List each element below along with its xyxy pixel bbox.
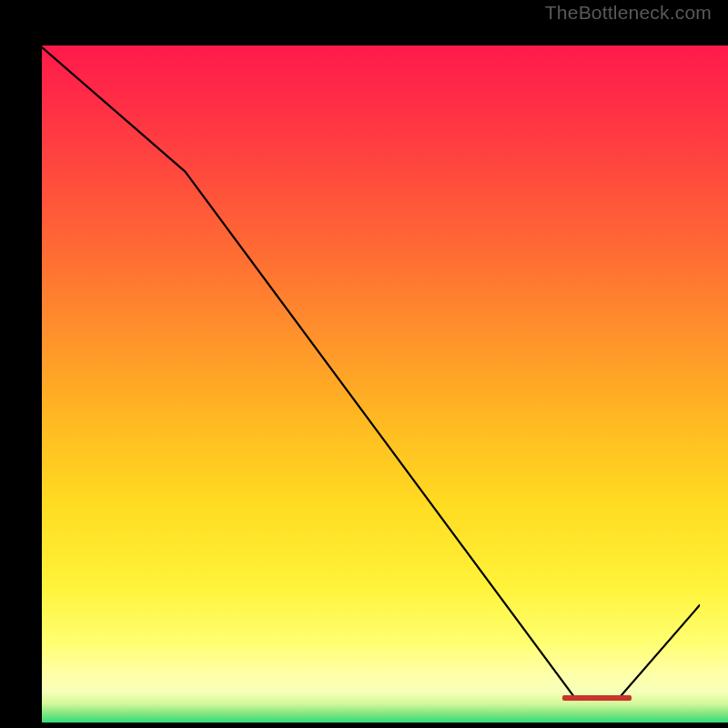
bottleneck-chart <box>42 46 728 723</box>
gradient-background <box>42 46 728 723</box>
watermark-label: TheBottleneck.com <box>545 2 712 24</box>
chart-frame <box>14 23 714 714</box>
